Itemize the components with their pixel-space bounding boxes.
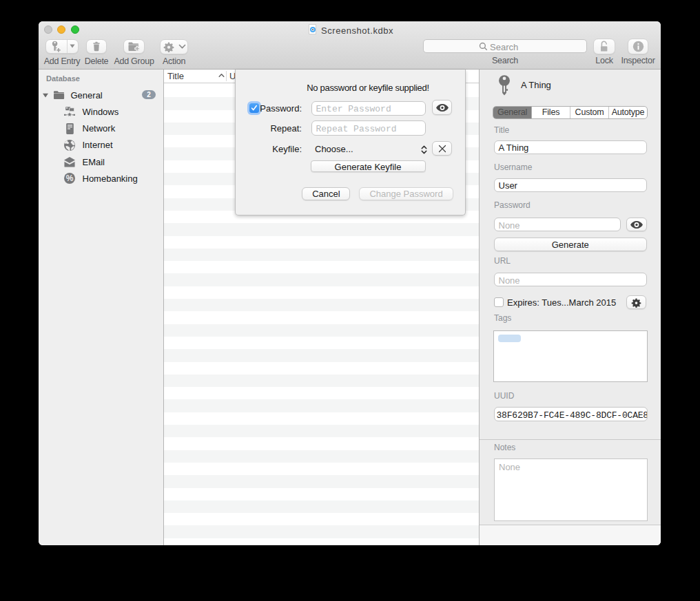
svg-text:%: %	[66, 173, 74, 183]
